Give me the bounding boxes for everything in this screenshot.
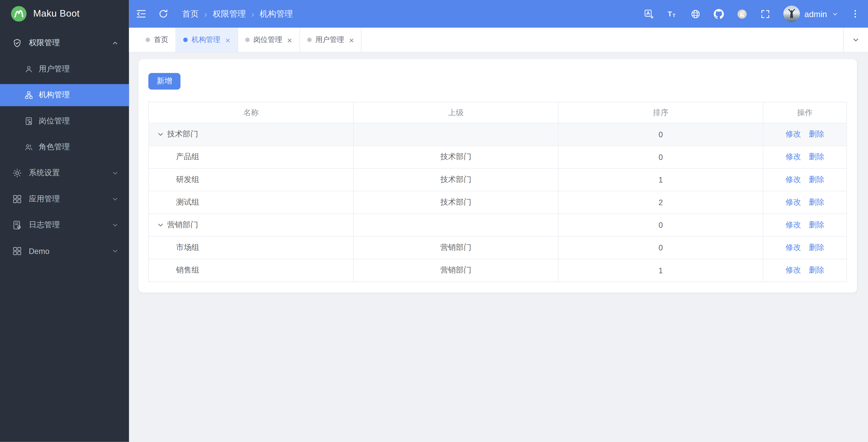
sort-cell: 1	[558, 259, 763, 282]
tab-机构管理[interactable]: 机构管理×	[176, 28, 238, 52]
actions-cell: 修改删除	[763, 191, 847, 214]
delete-link[interactable]: 删除	[809, 197, 825, 206]
org-table: 名称上级排序操作 技术部门0修改删除产品组技术部门0修改删除研发组技术部门1修改…	[148, 102, 847, 282]
chevron-up-icon	[111, 39, 119, 47]
sidebar-item-orgs[interactable]: 机构管理	[0, 84, 129, 106]
table-row: 研发组技术部门1修改删除	[149, 168, 847, 191]
font-size-icon[interactable]: TT	[667, 8, 678, 19]
table-row: 营销部门0修改删除	[149, 214, 847, 236]
chevron-down-icon	[851, 35, 860, 44]
org-chart-icon	[24, 91, 33, 100]
table-row: 市场组营销部门0修改删除	[149, 236, 847, 259]
table-row: 产品组技术部门0修改删除	[149, 146, 847, 168]
sort-cell: 0	[558, 214, 763, 236]
parent-cell: 营销部门	[353, 259, 558, 282]
sidebar-item-label: 权限管理	[29, 38, 104, 48]
topbar-right: TT	[644, 5, 860, 22]
name-cell: 测试组	[149, 191, 353, 214]
breadcrumb-item: 机构管理	[260, 8, 293, 19]
name-cell: 市场组	[149, 236, 353, 259]
delete-link[interactable]: 删除	[809, 220, 825, 229]
github-icon[interactable]	[714, 8, 724, 19]
sidebar-item-apps[interactable]: 应用管理	[0, 188, 129, 210]
refresh-icon[interactable]	[158, 8, 169, 20]
name-cell: 产品组	[149, 146, 353, 168]
edit-link[interactable]: 修改	[785, 152, 801, 161]
tab-status-dot	[245, 38, 250, 42]
tab-用户管理[interactable]: 用户管理×	[300, 28, 362, 52]
fullscreen-icon[interactable]	[760, 8, 771, 19]
edit-link[interactable]: 修改	[785, 130, 801, 138]
chevron-down-icon	[111, 221, 119, 229]
breadcrumb: 首页›权限管理›机构管理	[182, 8, 293, 19]
sidebar-item-permissions[interactable]: 权限管理	[0, 32, 129, 54]
column-header: 上级	[353, 102, 558, 123]
sidebar-item-posts[interactable]: 岗位管理	[0, 110, 129, 132]
tab-label: 机构管理	[191, 35, 220, 45]
sort-cell: 0	[558, 123, 763, 145]
tab-close-icon[interactable]: ×	[287, 36, 292, 44]
org-management-card: 新增 名称上级排序操作 技术部门0修改删除产品组技术部门0修改删除研发组技术部门…	[138, 59, 857, 293]
delete-link[interactable]: 删除	[809, 152, 825, 161]
sidebar-item-system[interactable]: 系统设置	[0, 162, 129, 184]
chevron-down-icon	[111, 169, 119, 177]
actions-cell: 修改删除	[763, 259, 847, 282]
username-label: admin	[804, 9, 827, 19]
content-area: 新增 名称上级排序操作 技术部门0修改删除产品组技术部门0修改删除研发组技术部门…	[129, 53, 868, 442]
mountain-logo-icon	[11, 6, 27, 22]
actions-cell: 修改删除	[763, 123, 847, 145]
org-name: 研发组	[176, 175, 199, 185]
user-menu[interactable]: admin	[783, 5, 839, 22]
org-name: 技术部门	[167, 130, 198, 140]
sidebar-item-roles[interactable]: 角色管理	[0, 136, 129, 158]
actions-cell: 修改删除	[763, 146, 847, 168]
table-row: 销售组营销部门1修改删除	[149, 259, 847, 282]
app-logo[interactable]: Maku Boot	[0, 0, 129, 28]
edit-link[interactable]: 修改	[785, 220, 801, 229]
grid-icon	[12, 246, 22, 256]
sidebar-fold-icon[interactable]	[136, 8, 147, 20]
globe-icon[interactable]	[690, 8, 701, 19]
table-header: 名称上级排序操作	[149, 102, 847, 123]
expand-caret-icon[interactable]	[157, 221, 167, 229]
app-viewport: Maku Boot 权限管理用户管理机构管理岗位管理角色管理系统设置应用管理日志…	[0, 0, 868, 442]
sort-cell: 2	[558, 191, 763, 214]
expand-caret-icon[interactable]	[157, 131, 167, 138]
tab-label: 用户管理	[315, 35, 344, 45]
breadcrumb-item[interactable]: 权限管理	[213, 8, 246, 19]
delete-link[interactable]: 删除	[809, 266, 825, 274]
delete-link[interactable]: 删除	[809, 130, 825, 138]
tab-岗位管理[interactable]: 岗位管理×	[238, 28, 300, 52]
table-body: 技术部门0修改删除产品组技术部门0修改删除研发组技术部门1修改删除测试组技术部门…	[149, 123, 847, 281]
grid-icon	[12, 194, 22, 204]
sidebar-item-label: Demo	[29, 247, 104, 256]
tab-label: 首页	[154, 35, 168, 45]
sidebar-item-users[interactable]: 用户管理	[0, 58, 129, 80]
sidebar-item-demo[interactable]: Demo	[0, 240, 129, 262]
org-name: 市场组	[176, 243, 199, 253]
tab-首页[interactable]: 首页	[138, 28, 176, 52]
parent-cell: 技术部门	[353, 168, 558, 191]
tab-close-icon[interactable]: ×	[349, 36, 354, 44]
sidebar-item-label: 用户管理	[39, 64, 119, 74]
tab-status-dot	[183, 38, 188, 42]
table-row: 技术部门0修改删除	[149, 123, 847, 145]
edit-link[interactable]: 修改	[785, 243, 801, 252]
delete-link[interactable]: 删除	[809, 175, 825, 183]
add-button[interactable]: 新增	[148, 73, 181, 90]
edit-link[interactable]: 修改	[785, 266, 801, 274]
sidebar-item-logs[interactable]: 日志管理	[0, 214, 129, 236]
delete-link[interactable]: 删除	[809, 243, 825, 252]
edit-link[interactable]: 修改	[785, 175, 801, 183]
tab-close-icon[interactable]: ×	[225, 36, 230, 44]
breadcrumb-item[interactable]: 首页	[182, 8, 199, 19]
edit-link[interactable]: 修改	[785, 197, 801, 206]
translate-icon[interactable]	[644, 8, 654, 19]
gitee-icon[interactable]	[737, 8, 747, 19]
parent-cell: 营销部门	[353, 236, 558, 259]
tab-dropdown-button[interactable]	[843, 28, 868, 52]
more-vertical-icon[interactable]	[850, 9, 861, 19]
actions-cell: 修改删除	[763, 214, 847, 236]
screen: Maku Boot 权限管理用户管理机构管理岗位管理角色管理系统设置应用管理日志…	[0, 0, 868, 442]
topbar: 首页›权限管理›机构管理 TT	[129, 0, 868, 28]
